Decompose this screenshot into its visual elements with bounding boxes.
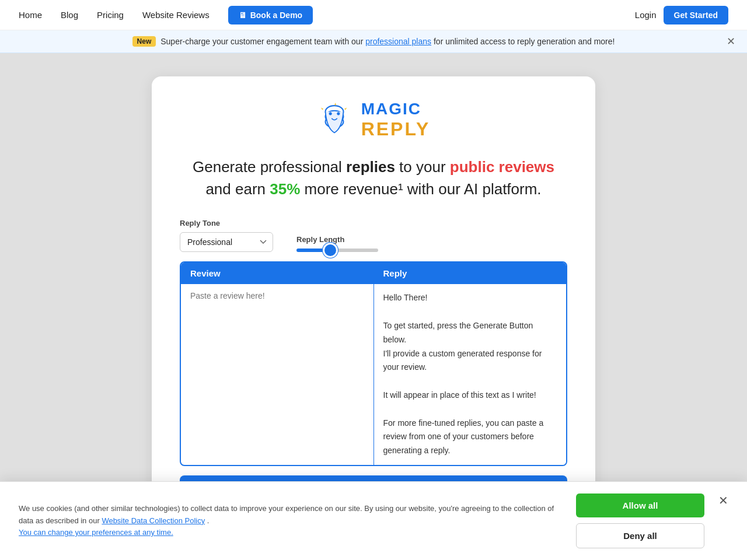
review-panel-header: Review — [181, 262, 374, 284]
svg-marker-7 — [320, 107, 323, 110]
review-panel-body — [181, 284, 374, 416]
review-textarea[interactable] — [190, 291, 364, 405]
nav-right: Login Get Started — [635, 6, 728, 24]
cookie-banner: We use cookies (and other similar techno… — [0, 481, 747, 560]
svg-marker-5 — [334, 103, 336, 105]
reply-panel: Reply Hello There! To get started, press… — [374, 262, 567, 465]
svg-point-3 — [329, 112, 331, 115]
magic-reply-logo-icon — [317, 103, 352, 138]
cookie-buttons: Allow all Deny all — [576, 494, 704, 548]
svg-marker-6 — [344, 107, 347, 110]
navbar: Home Blog Pricing Website Reviews 🖥 Book… — [0, 0, 747, 30]
allow-all-button[interactable]: Allow all — [576, 494, 704, 517]
headline: Generate professional replies to your pu… — [180, 156, 567, 200]
length-slider[interactable] — [296, 249, 378, 252]
new-badge: New — [132, 36, 156, 47]
reply-panel-body: Hello There! To get started, press the G… — [374, 284, 567, 465]
change-preferences-link[interactable]: You can change your preferences at any t… — [19, 528, 173, 537]
announce-close-button[interactable]: ✕ — [727, 35, 735, 48]
cookie-text-area: We use cookies (and other similar techno… — [19, 503, 562, 539]
nav-book-demo-button[interactable]: 🖥 Book a Demo — [228, 6, 313, 24]
svg-point-4 — [337, 112, 340, 115]
nav-blog[interactable]: Blog — [61, 10, 78, 20]
cookie-close-button[interactable]: ✕ — [718, 494, 728, 508]
length-label: Reply Length — [296, 235, 378, 244]
controls-row: Reply Tone Professional Friendly Formal … — [180, 219, 567, 252]
tone-select[interactable]: Professional Friendly Formal Casual — [180, 232, 273, 252]
data-collection-policy-link[interactable]: Website Data Collection Policy — [102, 516, 205, 525]
logo-area: MAGIC REPLY — [180, 100, 567, 140]
length-control: Reply Length — [296, 235, 378, 252]
main-background: MAGIC REPLY Generate professional replie… — [0, 53, 747, 544]
nav-website-reviews[interactable]: Website Reviews — [142, 10, 210, 20]
get-started-button[interactable]: Get Started — [664, 6, 728, 24]
reply-panel-header: Reply — [374, 262, 567, 284]
tone-control: Reply Tone Professional Friendly Formal … — [180, 219, 273, 252]
tone-label: Reply Tone — [180, 219, 273, 228]
deny-all-button[interactable]: Deny all — [576, 523, 704, 548]
announcement-text: Super-charge your customer engagement te… — [160, 37, 615, 46]
announcement-bar: New Super-charge your customer engagemen… — [0, 30, 747, 53]
nav-home[interactable]: Home — [19, 10, 42, 20]
length-slider-wrapper — [296, 249, 378, 252]
nav-links: Home Blog Pricing Website Reviews 🖥 Book… — [19, 6, 635, 24]
nav-pricing[interactable]: Pricing — [97, 10, 124, 20]
pro-plans-link[interactable]: professional plans — [365, 37, 431, 46]
review-panel: Review — [181, 262, 374, 465]
main-card: MAGIC REPLY Generate professional replie… — [152, 76, 595, 532]
monitor-icon: 🖥 — [239, 10, 247, 20]
login-button[interactable]: Login — [635, 10, 657, 20]
panels-row: Review Reply Hello There! To get started… — [180, 261, 567, 466]
logo-text: MAGIC REPLY — [361, 100, 431, 140]
